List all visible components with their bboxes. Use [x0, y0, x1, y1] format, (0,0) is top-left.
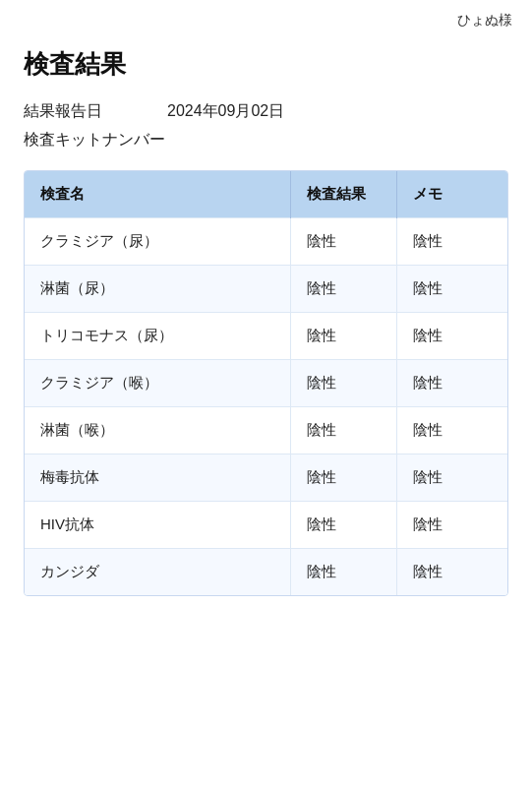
- table-body: クラミジア（尿）陰性陰性淋菌（尿）陰性陰性トリコモナス（尿）陰性陰性クラミジア（…: [25, 218, 507, 596]
- kit-number-row: 検査キットナンバー: [24, 130, 508, 151]
- table-row: 淋菌（尿）陰性陰性: [25, 266, 507, 313]
- cell-test-name: クラミジア（喉）: [25, 360, 290, 407]
- cell-test-result: 陰性: [290, 454, 396, 502]
- cell-test-memo: 陰性: [396, 313, 507, 360]
- cell-test-memo: 陰性: [396, 502, 507, 549]
- results-table: 検査名 検査結果 メモ クラミジア（尿）陰性陰性淋菌（尿）陰性陰性トリコモナス（…: [25, 171, 507, 595]
- table-row: クラミジア（喉）陰性陰性: [25, 360, 507, 407]
- cell-test-result: 陰性: [290, 266, 396, 313]
- cell-test-result: 陰性: [290, 502, 396, 549]
- cell-test-memo: 陰性: [396, 218, 507, 266]
- cell-test-name: トリコモナス（尿）: [25, 313, 290, 360]
- kit-number-label: 検査キットナンバー: [24, 130, 165, 151]
- cell-test-memo: 陰性: [396, 454, 507, 502]
- cell-test-name: 淋菌（尿）: [25, 266, 290, 313]
- header-row: 検査名 検査結果 メモ: [25, 171, 507, 218]
- table-row: 淋菌（喉）陰性陰性: [25, 407, 507, 454]
- report-date-label: 結果報告日: [24, 101, 151, 122]
- cell-test-result: 陰性: [290, 313, 396, 360]
- table-header: 検査名 検査結果 メモ: [25, 171, 507, 218]
- cell-test-name: 梅毒抗体: [25, 454, 290, 502]
- cell-test-result: 陰性: [290, 549, 396, 596]
- cell-test-name: クラミジア（尿）: [25, 218, 290, 266]
- cell-test-name: 淋菌（喉）: [25, 407, 290, 454]
- header-memo: メモ: [396, 171, 507, 218]
- cell-test-result: 陰性: [290, 407, 396, 454]
- cell-test-name: カンジダ: [25, 549, 290, 596]
- page-title: 検査結果: [24, 47, 508, 82]
- cell-test-memo: 陰性: [396, 266, 507, 313]
- cell-test-result: 陰性: [290, 218, 396, 266]
- table-row: HIV抗体陰性陰性: [25, 502, 507, 549]
- main-content: 検査結果 結果報告日 2024年09月02日 検査キットナンバー 検査名 検査結…: [0, 37, 532, 620]
- cell-test-memo: 陰性: [396, 360, 507, 407]
- table-row: トリコモナス（尿）陰性陰性: [25, 313, 507, 360]
- cell-test-result: 陰性: [290, 360, 396, 407]
- table-row: カンジダ陰性陰性: [25, 549, 507, 596]
- table-row: クラミジア（尿）陰性陰性: [25, 218, 507, 266]
- results-table-container: 検査名 検査結果 メモ クラミジア（尿）陰性陰性淋菌（尿）陰性陰性トリコモナス（…: [24, 170, 508, 596]
- report-date-row: 結果報告日 2024年09月02日: [24, 101, 508, 122]
- header-name: 検査名: [25, 171, 290, 218]
- table-row: 梅毒抗体陰性陰性: [25, 454, 507, 502]
- cell-test-name: HIV抗体: [25, 502, 290, 549]
- report-date-value: 2024年09月02日: [167, 101, 284, 122]
- cell-test-memo: 陰性: [396, 549, 507, 596]
- top-bar: ひょぬ様: [0, 0, 532, 37]
- header-result: 検査結果: [290, 171, 396, 218]
- user-name: ひょぬ様: [457, 12, 512, 30]
- cell-test-memo: 陰性: [396, 407, 507, 454]
